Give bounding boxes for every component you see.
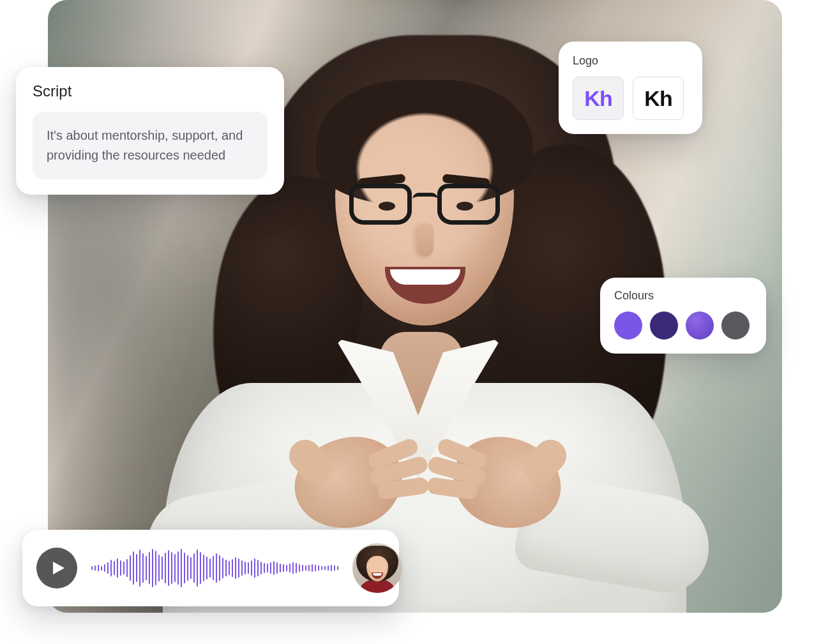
- script-title: Script: [33, 82, 268, 100]
- logo-options: Kh Kh: [573, 77, 688, 120]
- logo-option-dark[interactable]: Kh: [633, 77, 684, 120]
- colour-swatches: [614, 311, 752, 340]
- play-icon: [50, 560, 66, 576]
- colour-swatch-4[interactable]: [721, 311, 750, 340]
- script-card: Script It's about mentorship, support, a…: [16, 67, 284, 195]
- play-button[interactable]: [36, 548, 77, 588]
- colour-swatch-1[interactable]: [614, 311, 642, 340]
- logo-option-purple[interactable]: Kh: [573, 77, 624, 120]
- logo-title: Logo: [573, 54, 688, 68]
- colour-swatch-3[interactable]: [686, 311, 714, 340]
- audio-card: [22, 530, 399, 606]
- voice-avatar[interactable]: [352, 543, 402, 593]
- colours-card: Colours: [600, 278, 766, 354]
- logo-card: Logo Kh Kh: [559, 41, 702, 134]
- colour-swatch-2[interactable]: [650, 311, 678, 340]
- colours-title: Colours: [614, 289, 752, 303]
- audio-waveform[interactable]: [91, 546, 338, 590]
- script-body-text[interactable]: It's about mentorship, support, and prov…: [33, 112, 268, 179]
